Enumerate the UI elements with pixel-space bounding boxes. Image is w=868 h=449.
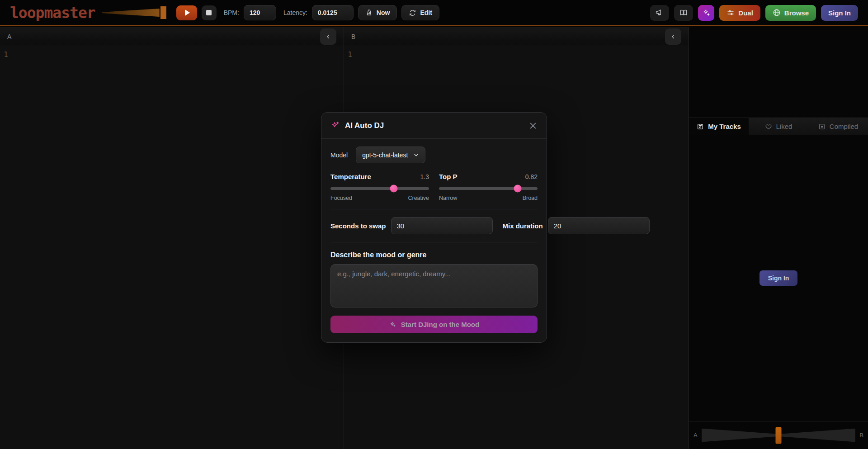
deck-b-label: B [351,33,355,40]
now-button[interactable]: Now [358,5,397,20]
crossfader-handle[interactable] [776,427,782,444]
bpm-input[interactable] [244,5,276,20]
compiled-icon [818,123,826,130]
seconds-to-swap-field: Seconds to swap [330,217,493,234]
library-button[interactable] [674,5,693,21]
mix-duration-input[interactable] [548,217,650,234]
latency-input[interactable] [312,5,354,20]
sampling-params: Temperature 1.3 Focused Creative Top P 0… [330,173,538,201]
deck-a-header: A [0,27,344,46]
metronome-icon [365,9,373,17]
seconds-to-swap-input[interactable] [391,217,493,234]
stop-button[interactable] [202,5,217,20]
play-button[interactable] [176,5,197,20]
bpm-label: BPM: [224,9,239,16]
close-dialog-button[interactable] [528,121,538,130]
deck-a: A 1 [0,27,344,449]
sidebar: My Tracks Liked Compiled Sign In A [689,27,868,449]
megaphone-icon [656,9,664,17]
top-p-label: Top P [439,173,458,180]
deck-a-row-number: 1 [4,50,8,449]
sidebar-top-spacer [689,27,868,118]
crossfader-a-label: A [693,432,698,439]
close-icon [528,121,538,130]
temperature-slider[interactable] [330,187,429,190]
model-label: Model [330,151,348,159]
tab-compiled-label: Compiled [830,123,858,130]
transport-controls: BPM: Latency: Now Edit [176,5,439,20]
crossfader: A B [689,421,868,449]
heart-icon [765,123,772,130]
mood-textarea[interactable] [330,264,538,307]
dialog-title: AI Auto DJ [345,121,524,130]
top-p-slider[interactable] [439,187,538,190]
ai-auto-dj-dialog: AI Auto DJ Model gpt-5-chat-latest Tempe… [321,112,547,343]
sparkles-icon [702,9,710,17]
mood-heading: Describe the mood or genre [330,251,538,259]
chevron-left-icon [670,33,676,40]
browse-button[interactable]: Browse [765,5,816,21]
logo-bar-decoration [160,6,166,19]
deck-b-collapse-button[interactable] [665,28,681,45]
latency-label: Latency: [283,9,307,16]
ai-auto-dj-button[interactable] [698,5,714,21]
tab-liked-label: Liked [776,123,793,130]
dual-mode-button[interactable]: Dual [719,5,760,21]
deck-a-label: A [7,33,11,40]
tab-liked[interactable]: Liked [749,118,808,135]
tab-my-tracks[interactable]: My Tracks [689,118,749,135]
sidebar-tabbar: My Tracks Liked Compiled [689,118,868,135]
top-p-max-label: Broad [523,195,538,201]
crossfader-track[interactable] [702,427,856,444]
deck-a-collapse-button[interactable] [320,28,336,45]
edit-button[interactable]: Edit [401,5,439,20]
megaphone-button[interactable] [650,5,669,21]
temperature-param: Temperature 1.3 Focused Creative [330,173,429,201]
temperature-value: 1.3 [420,173,429,180]
stop-icon [206,10,212,15]
now-button-label: Now [377,9,390,16]
temperature-slider-thumb[interactable] [390,185,397,193]
timing-row: Seconds to swap Mix duration [330,217,538,234]
divider [330,209,538,209]
tab-compiled[interactable]: Compiled [808,118,868,135]
play-icon [185,9,190,16]
temperature-max-label: Creative [408,195,429,201]
tab-my-tracks-label: My Tracks [708,123,741,130]
model-select-value: gpt-5-chat-latest [362,151,408,159]
temperature-min-label: Focused [330,195,352,201]
top-p-param: Top P 0.82 Narrow Broad [439,173,538,201]
globe-icon [773,9,781,17]
dialog-body: Model gpt-5-chat-latest Temperature 1.3 … [321,139,547,342]
top-bar-right-actions: Dual Browse Sign In [650,5,858,21]
sidebar-sign-in-button[interactable]: Sign In [760,270,798,286]
sidebar-sign-in-label: Sign In [768,274,789,282]
top-bar: loopmaster BPM: Latency: Now Edit [0,0,868,26]
app-logo-text: loopmaster [10,5,95,20]
chevron-left-icon [325,33,331,40]
deck-b-header: B [344,27,689,46]
mix-duration-field: Mix duration [503,217,650,234]
start-djing-button[interactable]: Start DJing on the Mood [330,316,538,333]
model-row: Model gpt-5-chat-latest [330,147,538,163]
dual-button-label: Dual [738,9,753,17]
temperature-label: Temperature [330,173,371,180]
model-select[interactable]: gpt-5-chat-latest [356,147,425,163]
sparkles-icon [330,121,340,130]
start-djing-label: Start DJing on the Mood [401,321,479,328]
browse-button-label: Browse [784,9,809,17]
disk-icon [697,123,704,130]
refresh-icon [409,9,416,17]
sign-in-button[interactable]: Sign In [821,5,858,21]
deck-a-timeline[interactable]: 1 [0,47,344,449]
book-icon [679,9,688,17]
chevron-down-icon [413,152,419,158]
app-logo: loopmaster [10,5,166,20]
top-p-value: 0.82 [525,173,538,180]
mix-duration-label: Mix duration [503,222,543,230]
edit-button-label: Edit [420,9,432,16]
seconds-to-swap-label: Seconds to swap [330,222,386,230]
top-p-slider-thumb[interactable] [514,185,522,193]
logo-tail-decoration [102,9,160,17]
sidebar-content: Sign In [689,135,868,421]
